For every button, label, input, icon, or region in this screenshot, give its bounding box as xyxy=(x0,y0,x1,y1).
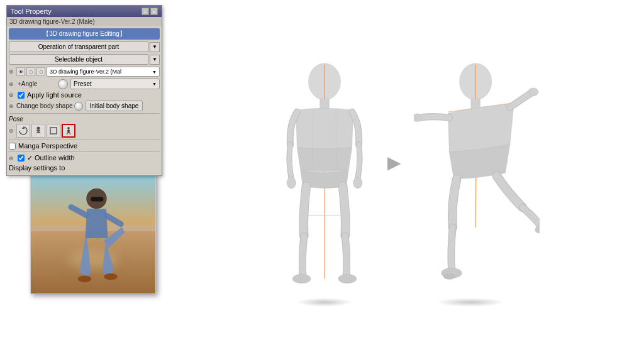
operation-row: Operation of transparent part ▼ xyxy=(9,41,160,52)
svg-line-10 xyxy=(70,133,70,135)
dancing-shadow xyxy=(436,298,505,307)
panel-title-buttons: − × xyxy=(142,8,158,15)
selectable-dropdown-btn[interactable]: ▼ xyxy=(150,55,160,65)
selectable-button[interactable]: Selectable object xyxy=(9,54,148,65)
apply-light-row: ⊕ Apply light source xyxy=(9,91,160,99)
main-content-area: ▶ xyxy=(170,0,644,362)
svg-point-37 xyxy=(528,87,538,96)
apply-light-label: Apply light source xyxy=(27,91,82,99)
angle-preset-row: ⊕ +Angle Preset xyxy=(9,79,160,89)
outline-label: ✓ Outline width xyxy=(27,154,75,162)
figure-icon-row: ⊕ 👁 □ □ 3D drawing figure-Ver.2 (Mal xyxy=(9,67,160,77)
svg-point-36 xyxy=(414,113,422,121)
angle-label: +Angle xyxy=(18,80,55,87)
dancing-figure-container xyxy=(414,56,540,307)
outline-checkbox[interactable] xyxy=(18,155,25,162)
standing-figure-svg xyxy=(274,56,375,307)
panel-title: Tool Property xyxy=(11,8,52,15)
svg-line-13 xyxy=(71,207,87,216)
svg-point-1 xyxy=(37,127,40,130)
dancing-figure-svg xyxy=(414,56,540,307)
body-shape-icon xyxy=(74,102,83,111)
body-shape-row: ⊕ Change body shape Initial body shape xyxy=(9,101,160,111)
photo-content xyxy=(31,169,155,293)
pose-icon-2[interactable] xyxy=(31,124,45,138)
manga-perspective-label: Manga Perspective xyxy=(18,142,77,150)
photo-overlay xyxy=(30,168,156,294)
figure-dropdown[interactable]: 3D drawing figure-Ver.2 (Mal xyxy=(47,67,160,77)
panel-subtitle: 3D drawing figure-Ver.2 (Male) xyxy=(7,17,162,26)
tool-property-panel: Tool Property − × 3D drawing figure-Ver.… xyxy=(6,5,162,176)
minimize-button[interactable]: − xyxy=(142,8,149,15)
svg-point-7 xyxy=(67,127,70,129)
body-shape-label: Change body shape xyxy=(16,102,73,109)
pose-icon-1[interactable] xyxy=(16,124,30,138)
body-expand-icon[interactable]: ⊕ xyxy=(9,103,14,109)
manga-perspective-row: Manga Perspective xyxy=(9,142,160,150)
person-silhouette xyxy=(56,182,131,293)
apply-light-checkbox[interactable] xyxy=(18,92,25,99)
svg-point-24 xyxy=(287,177,296,188)
standing-figure-container xyxy=(274,56,375,307)
right-arrow-icon: ▶ xyxy=(387,152,401,173)
preset-icon[interactable] xyxy=(58,79,68,89)
section-header: 【3D drawing figure Editing】 xyxy=(9,28,160,40)
display-settings-label: Display settings to xyxy=(9,164,65,172)
check-icon[interactable]: □ xyxy=(36,67,45,76)
light-expand-icon[interactable]: ⊕ xyxy=(9,92,14,98)
svg-rect-8 xyxy=(67,129,70,133)
operation-button[interactable]: Operation of transparent part xyxy=(9,41,148,52)
pose-icon-4[interactable] xyxy=(62,124,75,138)
standing-shadow xyxy=(296,298,353,307)
svg-point-15 xyxy=(78,275,92,282)
divider-1 xyxy=(9,113,160,114)
panel-body: 【3D drawing figure Editing】 Operation of… xyxy=(7,26,162,175)
arrow-between-figures: ▶ xyxy=(387,152,401,173)
expand-icon[interactable]: ⊕ xyxy=(9,69,14,75)
close-button[interactable]: × xyxy=(150,8,158,15)
svg-point-25 xyxy=(353,177,362,188)
pose-icon-3[interactable] xyxy=(47,124,60,138)
manga-perspective-checkbox[interactable] xyxy=(9,143,16,150)
svg-line-9 xyxy=(67,133,67,135)
photo-background xyxy=(31,169,155,293)
divider-2 xyxy=(9,140,160,140)
divider-3 xyxy=(9,151,160,152)
angle-expand-icon[interactable]: ⊕ xyxy=(9,81,14,87)
svg-point-26 xyxy=(292,274,311,283)
eye-icon[interactable]: 👁 xyxy=(16,67,25,76)
initial-body-button[interactable]: Initial body shape xyxy=(86,101,143,111)
selectable-row: Selectable object ▼ xyxy=(9,54,160,65)
pose-expand-icon[interactable]: ⊕ xyxy=(9,128,14,134)
svg-point-16 xyxy=(104,273,118,280)
svg-line-14 xyxy=(106,216,121,224)
pose-label: Pose xyxy=(9,116,160,123)
display-settings-row: Display settings to xyxy=(9,164,160,172)
svg-point-27 xyxy=(338,274,357,283)
svg-point-40 xyxy=(443,273,455,279)
lock-icon[interactable]: □ xyxy=(26,67,35,76)
panel-titlebar: Tool Property − × xyxy=(7,6,162,17)
outline-expand-icon[interactable]: ⊕ xyxy=(9,155,14,162)
pose-icon-row: ⊕ xyxy=(9,124,160,138)
svg-rect-12 xyxy=(91,197,104,201)
svg-rect-23 xyxy=(320,99,330,109)
preset-dropdown[interactable]: Preset xyxy=(70,79,160,89)
svg-rect-6 xyxy=(50,128,57,134)
operation-dropdown-btn[interactable]: ▼ xyxy=(150,42,160,52)
outline-row: ⊕ ✓ Outline width xyxy=(9,154,160,162)
